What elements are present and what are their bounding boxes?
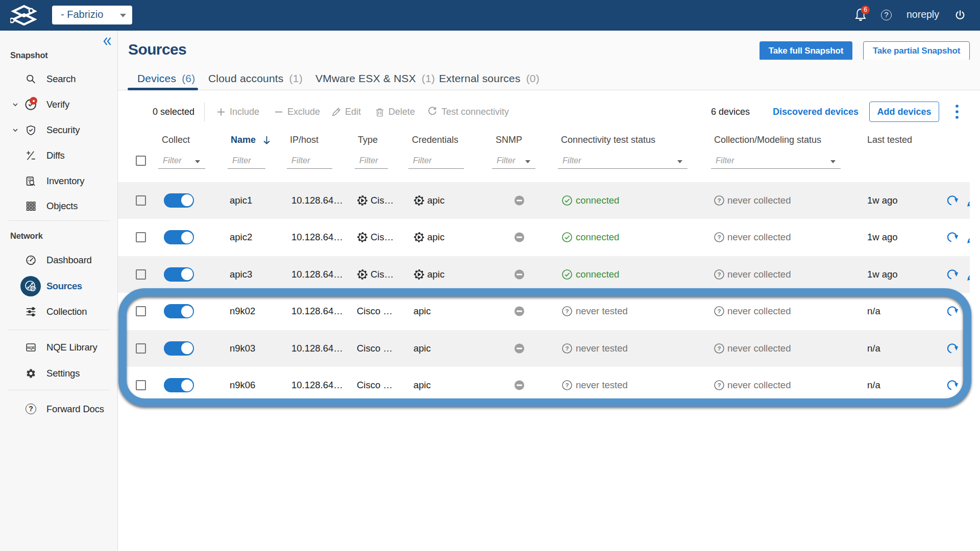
svg-text:?: ? — [717, 234, 721, 240]
svg-text:?: ? — [717, 197, 721, 204]
svg-text:?: ? — [717, 271, 721, 278]
svg-text:NQE: NQE — [27, 346, 35, 350]
